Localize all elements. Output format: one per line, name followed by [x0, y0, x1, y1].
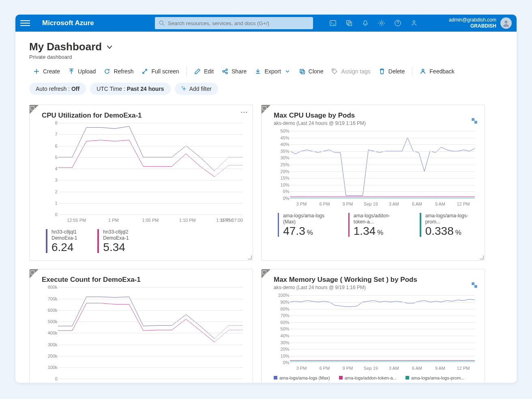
legend-sub: DemoExa-1 — [103, 235, 129, 241]
tile-subtitle: aks-demo (Last 24 hours @ 9/19 1:16 PM) — [262, 120, 485, 129]
chart-cpu-util: 01234567812:55 PM1 PM1:05 PM1:10 PM1:15 … — [30, 120, 253, 226]
chevron-down-icon — [106, 43, 113, 51]
legend-value: 6.24 — [51, 241, 77, 253]
brand-label: Microsoft Azure — [42, 19, 94, 27]
chart-max-mem: 0%10%20%30%40%50%60%70%80%90%100%3 PM6 P… — [262, 293, 485, 374]
svg-point-8 — [504, 21, 507, 24]
dashboard-subtitle: Private dashboard — [29, 54, 503, 60]
tile-title: Max CPU Usage by Pods — [262, 105, 485, 120]
search-box[interactable] — [155, 17, 313, 29]
svg-rect-16 — [472, 118, 474, 121]
edit-button[interactable]: Edit — [190, 66, 218, 77]
svg-rect-12 — [300, 69, 303, 73]
toolbar: Create Upload Refresh Full screen Edit S… — [15, 60, 517, 77]
clone-button[interactable]: Clone — [295, 66, 328, 77]
feedback-icon[interactable] — [410, 19, 418, 27]
resize-handle[interactable] — [247, 255, 253, 260]
tile-title: Max Memory Usage ( Working Set ) by Pods — [262, 269, 485, 285]
legend-name: hn33-c8jql2 — [103, 229, 129, 235]
refresh-label: Refresh — [114, 68, 133, 75]
legend-name: ama-logs/ama-logs-prom... — [411, 375, 464, 380]
legend: ama-logs/ama-logs (Max) ama-logs/addon-t… — [262, 374, 485, 383]
delete-button[interactable]: Delete — [375, 66, 409, 77]
time-pill[interactable]: UTC Time : Past 24 hours — [90, 83, 171, 95]
svg-point-10 — [226, 69, 227, 71]
svg-rect-17 — [474, 121, 477, 124]
assign-tags-label: Assign tags — [341, 68, 370, 75]
time-value: Past 24 hours — [127, 86, 164, 92]
legend-value: 1.34 — [354, 225, 376, 237]
svg-point-7 — [413, 21, 415, 23]
add-filter-pill[interactable]: Add filter — [175, 83, 218, 95]
clone-label: Clone — [309, 68, 324, 75]
dashboard-title-text: My Dashboard — [29, 41, 102, 53]
avatar[interactable] — [500, 17, 512, 29]
pin-icon[interactable] — [471, 117, 478, 124]
legend-value: 0.338 — [425, 225, 454, 237]
search-input[interactable] — [168, 20, 309, 26]
pin-icon[interactable] — [471, 281, 478, 289]
tile-max-cpu-pods[interactable]: Max CPU Usage by Pods aks-demo (Last 24 … — [261, 105, 485, 261]
legend-unit: % — [455, 229, 461, 236]
svg-rect-13 — [301, 71, 305, 74]
tile-title: CPU Utilization for DemoExa-1 — [30, 105, 253, 120]
chart-max-cpu: 0%5%10%15%20%25%30%35%40%45%50%3 PM6 PM9… — [262, 129, 485, 210]
fullscreen-button[interactable]: Full screen — [137, 66, 183, 77]
topbar: Microsoft Azure admin@grabdish.com GRABD… — [15, 15, 517, 32]
legend-name: ama-logs/ama-logs (Max) — [279, 375, 330, 380]
svg-rect-4 — [348, 22, 352, 26]
chevron-down-icon — [284, 68, 291, 75]
export-button[interactable]: Export — [251, 66, 294, 77]
export-label: Export — [264, 68, 281, 75]
menu-icon[interactable] — [20, 18, 30, 28]
share-button[interactable]: Share — [218, 66, 251, 77]
svg-rect-3 — [347, 21, 350, 24]
directories-icon[interactable] — [345, 19, 353, 27]
tile-filter-icon[interactable] — [30, 269, 39, 278]
cloud-shell-icon[interactable] — [329, 19, 337, 27]
settings-icon[interactable] — [378, 19, 385, 27]
svg-rect-2 — [330, 21, 336, 26]
autorefresh-value: Off — [71, 86, 79, 92]
create-button[interactable]: Create — [29, 66, 64, 77]
svg-rect-19 — [474, 285, 477, 288]
legend-name: ama-logs/addon-token-a... — [345, 375, 397, 380]
edit-label: Edit — [204, 68, 214, 75]
assign-tags-button: Assign tags — [327, 66, 374, 77]
tile-title: Execute Count for DemoExa-1 — [30, 269, 253, 285]
upload-label: Upload — [78, 68, 96, 75]
notifications-icon[interactable] — [362, 19, 369, 27]
dashboard-title[interactable]: My Dashboard — [29, 41, 503, 53]
fullscreen-label: Full screen — [151, 68, 179, 75]
account-info[interactable]: admin@grabdish.com GRABDISH — [449, 17, 500, 29]
legend-name: ama-logs/addon-token-a... — [354, 213, 400, 225]
legend-name: ama-logs/ama-logs (Max) — [283, 213, 328, 225]
upload-button[interactable]: Upload — [64, 66, 100, 77]
tile-subtitle: aks-demo (Last 24 hours @ 9/19 1:16 PM) — [262, 285, 485, 293]
help-icon[interactable] — [394, 19, 401, 27]
autorefresh-pill[interactable]: Auto refresh : Off — [29, 83, 86, 95]
autorefresh-label: Auto refresh : — [36, 86, 71, 92]
legend-value: 5.34 — [103, 241, 129, 253]
tile-more-icon[interactable]: ⋯ — [240, 107, 249, 116]
legend: hn33-c8jql1DemoExa-16.24 hn33-c8jql2Demo… — [30, 226, 253, 260]
account-email: admin@grabdish.com — [449, 17, 496, 23]
refresh-button[interactable]: Refresh — [100, 66, 137, 77]
tile-max-memory-pods[interactable]: Max Memory Usage ( Working Set ) by Pods… — [261, 269, 485, 383]
resize-handle[interactable] — [479, 255, 485, 260]
tile-execute-count[interactable]: Execute Count for DemoExa-1 0100k200k300… — [29, 269, 253, 383]
tile-filter-icon[interactable] — [262, 269, 270, 278]
legend: ama-logs/ama-logs (Max)47.3% ama-logs/ad… — [262, 210, 485, 244]
svg-line-1 — [163, 24, 164, 26]
delete-label: Delete — [388, 68, 405, 75]
tile-filter-icon[interactable] — [30, 105, 39, 114]
tile-cpu-utilization[interactable]: ⋯ CPU Utilization for DemoExa-1 01234567… — [29, 105, 253, 261]
feedback-button[interactable]: Feedback — [416, 66, 458, 77]
dashboard-grid: ⋯ CPU Utilization for DemoExa-1 01234567… — [15, 99, 517, 383]
svg-point-0 — [159, 21, 163, 24]
legend-unit: % — [377, 229, 383, 236]
tile-filter-icon[interactable] — [262, 105, 270, 114]
legend-sub: DemoExa-1 — [51, 235, 77, 241]
account-tenant: GRABDISH — [449, 23, 496, 29]
svg-point-9 — [223, 71, 224, 72]
